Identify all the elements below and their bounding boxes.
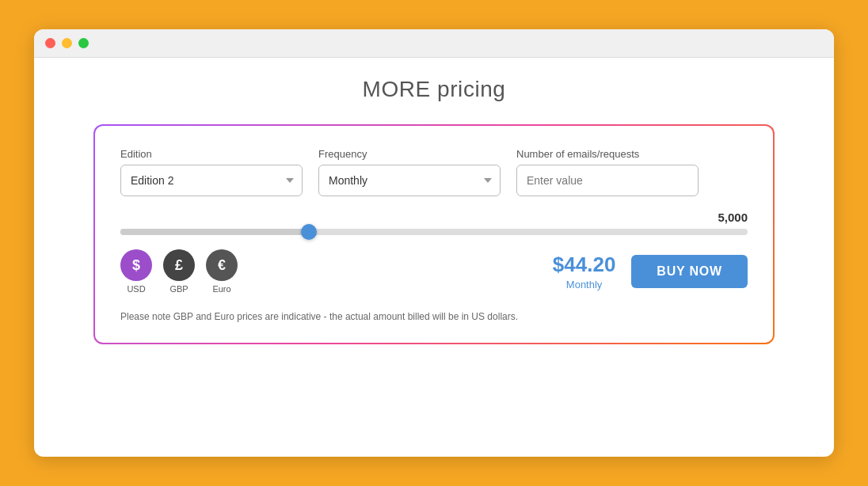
pricing-card: Edition Edition 1 Edition 2 Edition 3 Fr… [93,124,775,344]
price-amount: $44.20 [553,252,616,277]
gbp-icon: £ [163,249,195,281]
title-bar [34,29,834,58]
slider-thumb[interactable] [301,224,317,240]
currency-icons: $ USD £ GBP € Euro [120,249,238,294]
edition-label: Edition [120,148,303,160]
currency-eur[interactable]: € Euro [206,249,238,294]
fields-row: Edition Edition 1 Edition 2 Edition 3 Fr… [120,148,748,196]
slider-track [120,229,748,235]
slider-fill [120,229,309,235]
usd-icon: $ [120,249,152,281]
emails-label: Number of emails/requests [516,148,699,160]
window-body: MORE pricing Edition Edition 1 Edition 2… [34,58,834,457]
emails-input[interactable] [516,165,699,196]
frequency-label: Frequency [318,148,501,160]
gbp-label: GBP [169,284,188,294]
emails-field-group: Number of emails/requests [516,148,699,196]
disclaimer-text: Please note GBP and Euro prices are indi… [120,311,748,322]
edition-field-group: Edition Edition 1 Edition 2 Edition 3 [120,148,303,196]
currency-gbp[interactable]: £ GBP [163,249,195,294]
buy-now-button[interactable]: BUY NOW [631,255,748,288]
usd-label: USD [127,284,145,294]
app-window: MORE pricing Edition Edition 1 Edition 2… [34,29,834,457]
frequency-field-group: Frequency Monthly Yearly [318,148,501,196]
eur-icon: € [206,249,238,281]
bottom-row: $ USD £ GBP € Euro $44.20 Month [120,249,748,294]
slider-value: 5,000 [120,211,748,224]
price-frequency: Monthly [553,279,616,290]
frequency-select[interactable]: Monthly Yearly [318,165,501,196]
page-title: MORE pricing [363,77,506,102]
eur-label: Euro [212,284,230,294]
minimize-button[interactable] [62,38,72,48]
slider-section: 5,000 [120,211,748,235]
maximize-button[interactable] [78,38,89,48]
currency-usd[interactable]: $ USD [120,249,152,294]
price-buy-section: $44.20 Monthly BUY NOW [553,252,748,290]
price-display: $44.20 Monthly [553,252,616,290]
close-button[interactable] [45,38,55,48]
edition-select[interactable]: Edition 1 Edition 2 Edition 3 [120,165,303,196]
